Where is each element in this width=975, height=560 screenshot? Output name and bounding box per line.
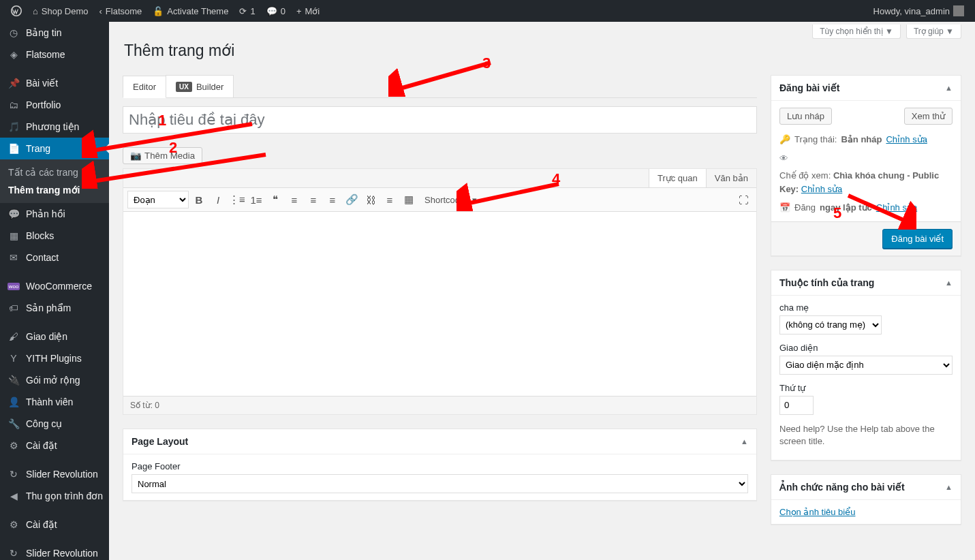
menu-woocommerce[interactable]: wooWooCommerce — [0, 275, 109, 297]
yith-icon: Y — [7, 353, 20, 364]
menu-appearance[interactable]: 🖌Giao diện — [0, 326, 109, 347]
menu-products[interactable]: 🏷Sản phẩm — [0, 297, 109, 319]
dropdown-icon: ◈ — [7, 49, 20, 60]
save-draft-button[interactable]: Lưu nháp — [779, 108, 832, 125]
set-featured-image-link[interactable]: Chọn ảnh tiêu biểu — [779, 507, 855, 517]
menu-settings-2[interactable]: ⚙Cài đặt — [0, 514, 109, 535]
menu-comments[interactable]: 💬Phản hồi — [0, 203, 109, 225]
submenu-all-pages[interactable]: Tất cả các trang — [0, 164, 109, 181]
wp-logo[interactable] — [5, 0, 27, 22]
menu-tools[interactable]: 🔧Công cụ — [0, 413, 109, 435]
menu-plugins[interactable]: 🔌Gói mở rộng — [0, 369, 109, 391]
align-left-button[interactable]: ≡ — [285, 191, 303, 208]
plugin-icon: 🔌 — [7, 375, 20, 386]
settings-icon: ⚙ — [7, 440, 20, 451]
edit-status-link[interactable]: Chỉnh sửa — [886, 133, 927, 146]
collapse-icon: ◀ — [7, 491, 20, 501]
appearance-icon: 🖌 — [7, 331, 20, 342]
edit-date-link[interactable]: Chỉnh sửa — [876, 201, 917, 215]
unlink-button[interactable]: ⛓ — [362, 191, 380, 208]
avatar — [953, 5, 964, 16]
triangle-up-icon: ▲ — [741, 437, 748, 446]
menu-blocks[interactable]: ▦Blocks — [0, 225, 109, 247]
dashboard-icon: ◷ — [7, 27, 20, 38]
menu-pages[interactable]: 📄Trang — [0, 138, 109, 159]
menu-collapse[interactable]: ◀Thu gọn trình đơn — [0, 485, 109, 507]
publish-button[interactable]: Đăng bài viết — [882, 229, 953, 249]
site-name[interactable]: ⌂Shop Demo — [27, 0, 94, 22]
updates[interactable]: ⟳1 — [234, 0, 260, 22]
publish-box-header[interactable]: Đăng bài viết▲ — [771, 76, 961, 101]
slider-icon: ↻ — [7, 548, 20, 559]
activate-theme[interactable]: 🔓Activate Theme — [147, 0, 234, 22]
shortcodes-dropdown[interactable]: Shortcodes ▾ — [419, 191, 482, 208]
product-icon: 🏷 — [7, 302, 20, 313]
bullet-list-button[interactable]: ⋮≡ — [228, 191, 246, 208]
publish-box: Đăng bài viết▲ Lưu nháp Xem thử 🔑 Trạng … — [771, 75, 961, 256]
menu-slider-rev[interactable]: ↻Slider Revolution — [0, 463, 109, 485]
page-title: Thêm trang mới — [110, 42, 975, 60]
menu-flatsome[interactable]: ◈Flatsome — [0, 44, 109, 65]
submenu-add-page[interactable]: Thêm trang mới — [0, 181, 109, 199]
visual-tab[interactable]: Trực quan — [649, 169, 706, 187]
eye-icon: 👁 — [779, 152, 790, 166]
pin-icon: 📌 — [7, 78, 20, 89]
menu-settings[interactable]: ⚙Cài đặt — [0, 435, 109, 456]
parent-select[interactable]: (không có trang mẹ) — [779, 315, 882, 335]
camera-icon: 📷 — [130, 151, 142, 161]
number-list-button[interactable]: 1≡ — [247, 191, 265, 208]
menu-dashboard[interactable]: ◷Bảng tin — [0, 22, 109, 44]
preview-button[interactable]: Xem thử — [904, 108, 953, 125]
menu-contact[interactable]: ✉Contact — [0, 247, 109, 268]
comments-count[interactable]: 💬0 — [261, 0, 291, 22]
theme-link[interactable]: ‹Flatsome — [94, 0, 148, 22]
order-input[interactable] — [779, 396, 814, 415]
content-editor[interactable] — [123, 212, 756, 396]
page-attributes-header[interactable]: Thuộc tính của trang▲ — [771, 270, 961, 296]
post-title-input[interactable] — [123, 106, 757, 134]
menu-users[interactable]: 👤Thành viên — [0, 391, 109, 413]
new-content[interactable]: +Mới — [291, 0, 325, 22]
toolbar-toggle-button[interactable]: ▦ — [400, 191, 418, 208]
add-media-button[interactable]: 📷Thêm Media — [123, 147, 202, 164]
admin-sidebar: ◷Bảng tin ◈Flatsome 📌Bài viết 🗂Portfolio… — [0, 22, 109, 560]
editor-toolbar: Đoạn B I ⋮≡ 1≡ ❝ ≡ ≡ ≡ 🔗 ⛓ ≡ ▦ Shortcode… — [123, 188, 756, 212]
align-right-button[interactable]: ≡ — [324, 191, 341, 208]
triangle-up-icon: ▲ — [945, 279, 953, 287]
editor-mode-tabs: Editor UXBuilder — [123, 75, 757, 98]
blockquote-button[interactable]: ❝ — [266, 191, 284, 208]
plus-icon: + — [296, 6, 302, 16]
page-layout-header[interactable]: Page Layout▲ — [123, 429, 756, 454]
tab-editor[interactable]: Editor — [123, 76, 166, 98]
text-tab[interactable]: Văn bản — [706, 169, 756, 187]
menu-slider-rev-2[interactable]: ↻Slider Revolution — [0, 542, 109, 560]
format-select[interactable]: Đoạn — [127, 191, 189, 208]
menu-yith[interactable]: YYITH Plugins — [0, 347, 109, 369]
edit-visibility-link[interactable]: Chỉnh sửa — [801, 184, 842, 194]
italic-button[interactable]: I — [209, 191, 227, 208]
home-icon: ⌂ — [33, 6, 38, 16]
back-icon: ‹ — [99, 6, 102, 16]
featured-image-header[interactable]: Ảnh chức năng cho bài viết▲ — [771, 475, 961, 500]
ux-badge: UX — [176, 82, 192, 92]
page-footer-select[interactable]: Normal — [131, 474, 748, 493]
template-select[interactable]: Giao diện mặc định — [779, 356, 953, 375]
help-text: Need help? Use the Help tab above the sc… — [779, 423, 953, 448]
menu-media[interactable]: 🎵Phương tiện — [0, 116, 109, 138]
menu-portfolio[interactable]: 🗂Portfolio — [0, 94, 109, 116]
howdy-account[interactable]: Howdy, vina_admin — [868, 0, 970, 22]
help-toggle[interactable]: Trợ giúp ▼ — [906, 25, 961, 39]
fullscreen-button[interactable]: ⛶ — [734, 191, 752, 208]
order-label: Thứ tự — [779, 383, 953, 393]
menu-posts[interactable]: 📌Bài viết — [0, 72, 109, 94]
tab-builder[interactable]: UXBuilder — [166, 75, 234, 97]
bold-button[interactable]: B — [190, 191, 208, 208]
triangle-up-icon: ▲ — [945, 84, 953, 92]
unlock-icon: 🔓 — [153, 6, 164, 16]
link-button[interactable]: 🔗 — [343, 191, 360, 208]
page-attributes-box: Thuộc tính của trang▲ cha mẹ (không có t… — [771, 270, 961, 461]
screen-options-toggle[interactable]: Tùy chọn hiển thị ▼ — [812, 25, 901, 39]
align-center-button[interactable]: ≡ — [305, 191, 322, 208]
readmore-button[interactable]: ≡ — [381, 191, 399, 208]
portfolio-icon: 🗂 — [7, 99, 20, 110]
